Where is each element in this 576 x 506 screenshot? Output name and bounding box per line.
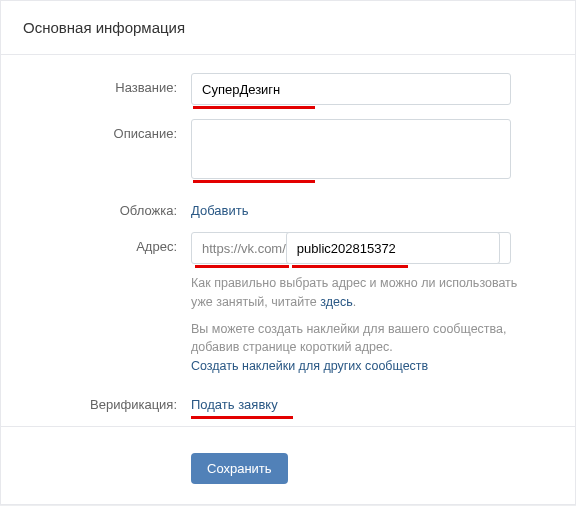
address-help-2: Вы можете создать наклейки для вашего со… bbox=[191, 320, 527, 376]
row-name: Название: bbox=[23, 73, 553, 105]
cover-add-link[interactable]: Добавить bbox=[191, 196, 248, 218]
divider bbox=[1, 426, 575, 427]
address-prefix: https://vk.com/ bbox=[202, 241, 286, 256]
name-input[interactable] bbox=[191, 73, 511, 105]
cover-label: Обложка: bbox=[23, 196, 191, 218]
help-text-post: . bbox=[353, 295, 356, 309]
verification-link[interactable]: Подать заявку bbox=[191, 390, 278, 412]
annotation-underline bbox=[195, 265, 289, 268]
row-cover: Обложка: Добавить bbox=[23, 196, 553, 218]
row-address: Адрес: https://vk.com/ Как правильно выб… bbox=[23, 232, 553, 376]
annotation-underline bbox=[292, 265, 408, 268]
address-label: Адрес: bbox=[23, 232, 191, 376]
address-input[interactable] bbox=[286, 232, 500, 264]
panel-body: Название: Описание: Обложка: Добавить Ад… bbox=[1, 55, 575, 437]
annotation-underline bbox=[191, 416, 293, 419]
save-button[interactable]: Сохранить bbox=[191, 453, 288, 484]
main-panel: Основная информация Название: Описание: … bbox=[0, 0, 576, 505]
verification-label: Верификация: bbox=[23, 390, 191, 412]
address-help-1: Как правильно выбрать адрес и можно ли и… bbox=[191, 274, 527, 312]
panel-title: Основная информация bbox=[1, 1, 575, 55]
annotation-underline bbox=[193, 106, 315, 109]
address-help-link[interactable]: здесь bbox=[320, 295, 352, 309]
description-input[interactable] bbox=[191, 119, 511, 179]
stickers-link[interactable]: Создать наклейки для других сообществ bbox=[191, 359, 428, 373]
row-verification: Верификация: Подать заявку bbox=[23, 390, 553, 412]
row-description: Описание: bbox=[23, 119, 553, 182]
description-label: Описание: bbox=[23, 119, 191, 182]
annotation-underline bbox=[193, 180, 315, 183]
help-text-2: Вы можете создать наклейки для вашего со… bbox=[191, 322, 507, 355]
panel-footer: Сохранить bbox=[1, 437, 575, 504]
name-label: Название: bbox=[23, 73, 191, 105]
address-field-wrap: https://vk.com/ bbox=[191, 232, 511, 264]
